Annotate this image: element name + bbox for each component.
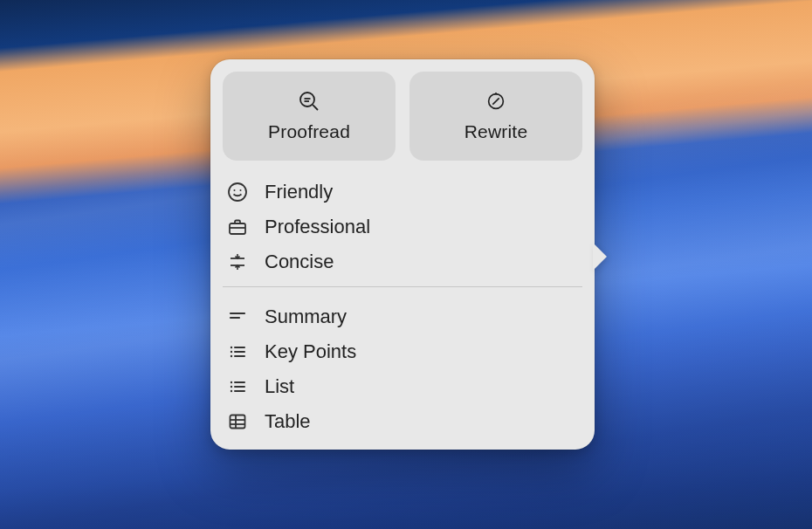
svg-point-7 (234, 189, 236, 191)
rewrite-button[interactable]: Rewrite (409, 72, 582, 161)
smiley-icon (226, 181, 249, 203)
svg-line-1 (313, 105, 318, 110)
format-section: Summary Key Points (223, 296, 582, 439)
svg-point-8 (240, 189, 242, 191)
summary-label: Summary (265, 306, 347, 328)
svg-point-17 (231, 351, 232, 353)
svg-point-0 (300, 93, 314, 106)
keypoints-icon (226, 340, 249, 363)
table-item[interactable]: Table (224, 404, 582, 439)
proofread-button[interactable]: Proofread (223, 72, 396, 161)
svg-line-5 (492, 98, 499, 104)
keypoints-item[interactable]: Key Points (224, 334, 582, 369)
svg-point-21 (231, 381, 232, 383)
concise-label: Concise (265, 251, 334, 273)
summary-icon (226, 306, 249, 328)
list-item[interactable]: List (224, 369, 582, 404)
svg-point-19 (231, 355, 232, 357)
summary-item[interactable]: Summary (224, 299, 582, 334)
rewrite-label: Rewrite (464, 121, 528, 142)
writing-tools-popover: Proofread Rewrite Fr (210, 59, 595, 450)
list-icon (226, 375, 249, 398)
rewrite-icon (485, 90, 507, 113)
svg-point-6 (229, 183, 246, 201)
svg-point-15 (231, 347, 232, 348)
list-label: List (265, 375, 294, 398)
concise-item[interactable]: Concise (224, 244, 582, 279)
tone-section: Friendly Professional Conci (223, 171, 582, 279)
table-icon (226, 410, 249, 433)
friendly-item[interactable]: Friendly (224, 175, 582, 210)
concise-icon (226, 251, 249, 273)
svg-rect-9 (230, 223, 245, 234)
professional-label: Professional (265, 216, 370, 238)
friendly-label: Friendly (265, 181, 333, 203)
menu-separator (223, 286, 582, 287)
keypoints-label: Key Points (265, 340, 356, 363)
primary-actions-row: Proofread Rewrite (223, 72, 582, 161)
svg-point-25 (231, 390, 232, 392)
svg-point-23 (231, 386, 232, 388)
proofread-icon (298, 90, 320, 113)
proofread-label: Proofread (268, 121, 350, 142)
table-label: Table (265, 410, 311, 433)
svg-rect-27 (231, 416, 245, 429)
professional-item[interactable]: Professional (224, 210, 582, 244)
briefcase-icon (226, 216, 249, 238)
